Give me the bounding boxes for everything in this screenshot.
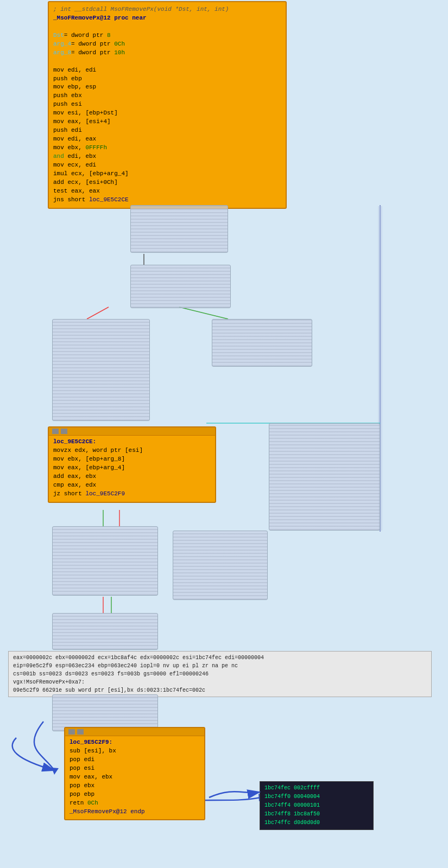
code-line: mov edi, eax <box>53 135 281 144</box>
code-line: mov edi, edi <box>53 66 281 75</box>
mini-block-below-mid-right <box>173 531 268 600</box>
code-line: push edi <box>53 126 281 135</box>
code-line: movzx edx, word ptr [esi] <box>53 446 211 455</box>
code-line: retn 0Ch <box>70 799 200 808</box>
mem-row: 1bc74ff4 00000101 <box>264 801 369 810</box>
code-line: mov ebx, 0FFFFh <box>53 144 281 152</box>
main-code-block: ; int __stdcall MsoFRemovePx(void *Dst, … <box>48 1 287 209</box>
code-line: arg_4= dword ptr 0Ch <box>53 40 281 49</box>
status-bar: eax=0000002c ebx=0000002d ecx=1bc8af4c e… <box>8 651 432 697</box>
mini-block-3-left <box>52 319 150 421</box>
code-line: mov ebp, esp <box>53 83 281 92</box>
code-line: mov esi, [ebp+Dst] <box>53 109 281 118</box>
status-line5: 09e5c2f9 66291e sub word ptr [esi],bx ds… <box>13 686 427 694</box>
code-line: test eax, eax <box>53 187 281 196</box>
code-line: pop edi <box>70 756 200 764</box>
code-line: mov eax, [ebp+arg_4] <box>53 464 211 473</box>
code-line: jz short loc_9E5C2F9 <box>53 490 211 499</box>
title-bar-bottom <box>65 728 204 736</box>
window-icon2 <box>61 429 67 434</box>
code-line: mov ebx, [ebp+arg_8] <box>53 455 211 464</box>
code-line: pop esi <box>70 764 200 773</box>
svg-marker-11 <box>52 768 59 775</box>
comment-line: ; int __stdcall MsoFRemovePx(void *Dst, … <box>53 5 281 14</box>
mem-row: 1bc74ff8 1bc8af50 <box>264 810 369 819</box>
mini-block-pre-bottom <box>52 694 158 731</box>
code-line: mov eax, [esi+4] <box>53 118 281 126</box>
code-line: push ebp <box>53 75 281 84</box>
code-line: cmp eax, edx <box>53 481 211 490</box>
memory-block: 1bc74fec 002cffff 1bc74ff0 00040004 1bc7… <box>260 781 374 830</box>
window-icon4 <box>77 729 84 735</box>
mini-block-3-right <box>212 319 312 367</box>
mem-row: 1bc74fec 002cffff <box>264 784 369 793</box>
code-line: sub [esi], bx <box>70 747 200 756</box>
code-line: push esi <box>53 100 281 109</box>
mini-block-1 <box>130 205 228 253</box>
code-line: and edi, ebx <box>53 152 281 161</box>
status-line4: vgx!MsoFRemovePx+0xa7: <box>13 678 427 686</box>
status-line2: eip=09e5c2f9 esp=063ec234 ebp=063ec240 i… <box>13 662 427 670</box>
code-line: _MsoFRemovePx@12 endp <box>70 808 200 816</box>
loc-label: loc_9E5C2CE: <box>53 438 211 446</box>
code-line: Dst= dword ptr 8 <box>53 31 281 40</box>
code-line: jns short loc_9E5C2CE <box>53 196 281 205</box>
mid-code-block: loc_9E5C2CE: movzx edx, word ptr [esi] m… <box>48 426 216 503</box>
code-line: push ebx <box>53 92 281 100</box>
bottom-code-block: loc_9E5C2F9: sub [esi], bx pop edi pop e… <box>64 727 205 820</box>
code-line: add eax, ebx <box>53 473 211 481</box>
svg-line-3 <box>87 307 109 319</box>
code-line: pop ebx <box>70 782 200 790</box>
code-line: add ecx, [esi+0Ch] <box>53 178 281 187</box>
mem-row: 1bc74ffc d0d0d0d0 <box>264 819 369 827</box>
mini-block-2 <box>130 265 231 308</box>
mini-block-lower <box>52 613 158 650</box>
mini-block-below-mid-left <box>52 526 158 596</box>
loc-label-bottom: loc_9E5C2F9: <box>70 738 200 747</box>
title-bar <box>49 427 215 436</box>
svg-line-4 <box>179 307 228 319</box>
status-line3: cs=001b ss=0023 ds=0023 es=0023 fs=003b … <box>13 670 427 678</box>
code-line: mov ecx, edi <box>53 161 281 170</box>
code-line: mov eax, ebx <box>70 773 200 782</box>
mini-block-right-large <box>269 423 380 531</box>
code-line: imul ecx, [ebp+arg_4] <box>53 170 281 178</box>
status-line1: eax=0000002c ebx=0000002d ecx=1bc8af4c e… <box>13 654 427 662</box>
window-icon <box>52 429 59 434</box>
code-line: pop ebp <box>70 790 200 799</box>
mem-row: 1bc74ff0 00040004 <box>264 793 369 801</box>
proc-title: _MsoFRemovePx@12 proc near <box>53 14 281 23</box>
window-icon3 <box>68 729 75 735</box>
code-line: arg_8= dword ptr 10h <box>53 49 281 58</box>
